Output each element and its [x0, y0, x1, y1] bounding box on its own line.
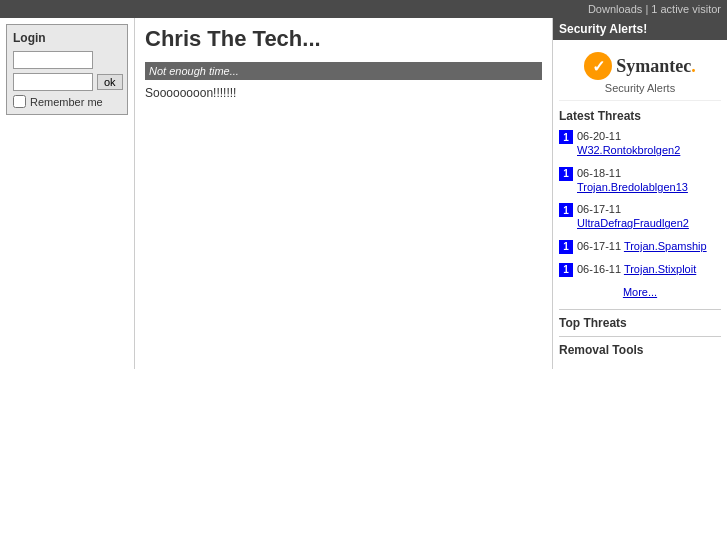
threat-item: 1 06-20-11 W32.Rontokbrolgen2	[559, 129, 721, 158]
removal-tools-title: Removal Tools	[559, 336, 721, 357]
content-area: Chris The Tech... Not enough time... Soo…	[135, 18, 552, 369]
threat-link[interactable]: Trojan.Stixploit	[624, 263, 696, 275]
login-box: Login ok Remember me	[6, 24, 128, 115]
threat-info: 06-16-11 Trojan.Stixploit	[577, 262, 696, 276]
main-layout: Login ok Remember me Chris The Tech... N…	[0, 18, 727, 369]
threat-badge: 1	[559, 240, 573, 254]
threat-link[interactable]: W32.Rontokbrolgen2	[577, 144, 680, 156]
more-link: More...	[559, 285, 721, 299]
top-bar: Downloads | 1 active visitor	[0, 0, 727, 18]
remember-checkbox[interactable]	[13, 95, 26, 108]
threat-info: 06-20-11 W32.Rontokbrolgen2	[577, 129, 721, 158]
page-title: Chris The Tech...	[145, 26, 542, 52]
threat-item: 1 06-18-11 Trojan.Bredolablgen13	[559, 166, 721, 195]
symantec-name: Symantec.	[616, 56, 696, 77]
remember-row: Remember me	[13, 95, 121, 108]
threat-badge: 1	[559, 203, 573, 217]
password-row: ok	[13, 73, 121, 91]
security-alerts-label: Security Alerts	[559, 82, 721, 94]
top-bar-text: Downloads | 1 active visitor	[588, 3, 721, 15]
subtitle-text: Soooooooon!!!!!!!	[145, 86, 542, 100]
symantec-check-icon: ✓	[584, 52, 612, 80]
top-threats-title: Top Threats	[559, 309, 721, 330]
threat-badge: 1	[559, 263, 573, 277]
username-input[interactable]	[13, 51, 93, 69]
threat-item: 1 06-17-11 Trojan.Spamship	[559, 239, 721, 254]
threat-info: 06-17-11 UltraDefragFraudlgen2	[577, 202, 721, 231]
security-sidebar: Security Alerts! ✓ Symantec. Security Al…	[552, 18, 727, 369]
more-anchor[interactable]: More...	[623, 286, 657, 298]
ok-button[interactable]: ok	[97, 74, 123, 90]
security-content: ✓ Symantec. Security Alerts Latest Threa…	[553, 40, 727, 369]
progress-bar: Not enough time...	[145, 62, 542, 80]
symantec-logo: ✓ Symantec.	[559, 52, 721, 80]
security-header: Security Alerts!	[553, 18, 727, 40]
threat-item: 1 06-16-11 Trojan.Stixploit	[559, 262, 721, 277]
threat-link[interactable]: Trojan.Bredolablgen13	[577, 181, 688, 193]
remember-label: Remember me	[30, 96, 103, 108]
threat-info: 06-18-11 Trojan.Bredolablgen13	[577, 166, 721, 195]
latest-threats-title: Latest Threats	[559, 109, 721, 123]
symantec-dot: .	[691, 56, 696, 76]
threat-badge: 1	[559, 167, 573, 181]
login-title: Login	[13, 31, 121, 45]
threat-item: 1 06-17-11 UltraDefragFraudlgen2	[559, 202, 721, 231]
threat-link[interactable]: Trojan.Spamship	[624, 240, 707, 252]
sidebar: Login ok Remember me	[0, 18, 135, 369]
threat-info: 06-17-11 Trojan.Spamship	[577, 239, 707, 253]
progress-bar-label: Not enough time...	[145, 65, 239, 77]
password-input[interactable]	[13, 73, 93, 91]
threat-link[interactable]: UltraDefragFraudlgen2	[577, 217, 689, 229]
threat-badge: 1	[559, 130, 573, 144]
symantec-logo-area: ✓ Symantec. Security Alerts	[559, 46, 721, 101]
